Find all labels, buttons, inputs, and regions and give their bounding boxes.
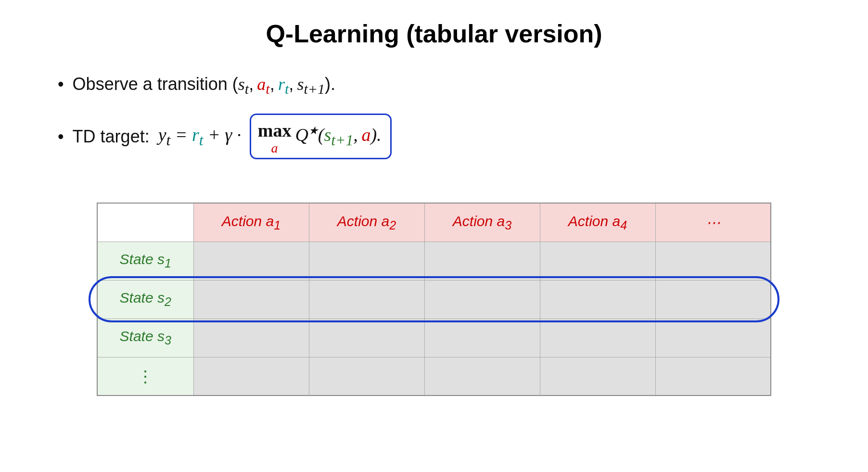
bullet-section: • Observe a transition (st, at, rt, st+1… [38,72,392,174]
cell-s2-dots [655,280,771,319]
cell-s1-a4 [540,242,655,280]
cell-vdots-a4 [540,357,655,395]
bullet-1: • Observe a transition (st, at, rt, st+1… [58,72,392,99]
header-empty [97,203,193,242]
table-wrapper: Action a1 Action a2 Action a3 Action a4 … [38,203,830,396]
var-at: at [257,75,269,94]
page-title: Q-Learning (tabular version) [38,19,830,48]
table-row-s1: State s1 [97,242,771,280]
cell-vdots-a3 [424,357,540,395]
q-table: Action a1 Action a2 Action a3 Action a4 … [97,203,771,396]
table-row-vdots: ⋮ [97,357,771,395]
var-rt: rt [278,75,289,94]
state-vdots: ⋮ [97,357,193,395]
header-action-4: Action a4 [540,203,655,242]
bullet-2-text: TD target: yt = rt + γ · max a Q★(st+1, … [73,114,392,159]
var-st1: st+1 [297,75,325,94]
cell-s2-a3 [424,280,540,319]
bullet-dot-2: • [58,128,64,145]
cell-s3-a2 [309,319,424,357]
formula-yt: yt = rt + γ · [158,122,246,151]
cell-vdots-dots [655,357,771,395]
state-s2: State s2 [97,280,193,319]
table-header-row: Action a1 Action a2 Action a3 Action a4 … [97,203,771,242]
table-row-s3: State s3 [97,319,771,357]
cell-s1-a2 [309,242,424,280]
cell-s3-dots [655,319,771,357]
cell-s3-a1 [193,319,309,357]
header-dots: ⋯ [655,203,771,242]
bullet-1-text: Observe a transition (st, at, rt, st+1). [73,72,335,99]
header-action-2: Action a2 [309,203,424,242]
bullet-2: • TD target: yt = rt + γ · max a Q★(st+1… [58,114,392,159]
cell-s1-a1 [193,242,309,280]
cell-s2-a4 [540,280,655,319]
slide: Q-Learning (tabular version) • Observe a… [0,0,868,472]
cell-vdots-a1 [193,357,309,395]
max-block: max a [258,118,292,155]
td-target-label: TD target: [73,125,154,149]
state-s3: State s3 [97,319,193,357]
table-row-s2: State s2 [97,280,771,319]
cell-s3-a3 [424,319,540,357]
table-container: Action a1 Action a2 Action a3 Action a4 … [97,203,771,396]
cell-s1-dots [655,242,771,280]
cell-vdots-a2 [309,357,424,395]
var-st: st [238,75,249,94]
max-subscript: a [271,141,278,155]
state-s1: State s1 [97,242,193,280]
cell-s2-a2 [309,280,424,319]
cell-s2-a1 [193,280,309,319]
bullet-dot-1: • [58,76,64,93]
max-label: max [258,118,292,143]
boxed-max-formula: max a Q★(st+1, a). [250,114,392,159]
cell-s1-a3 [424,242,540,280]
cell-s3-a4 [540,319,655,357]
header-action-1: Action a1 [193,203,309,242]
q-star-formula: Q★(st+1, a). [295,122,381,151]
header-action-3: Action a3 [424,203,540,242]
